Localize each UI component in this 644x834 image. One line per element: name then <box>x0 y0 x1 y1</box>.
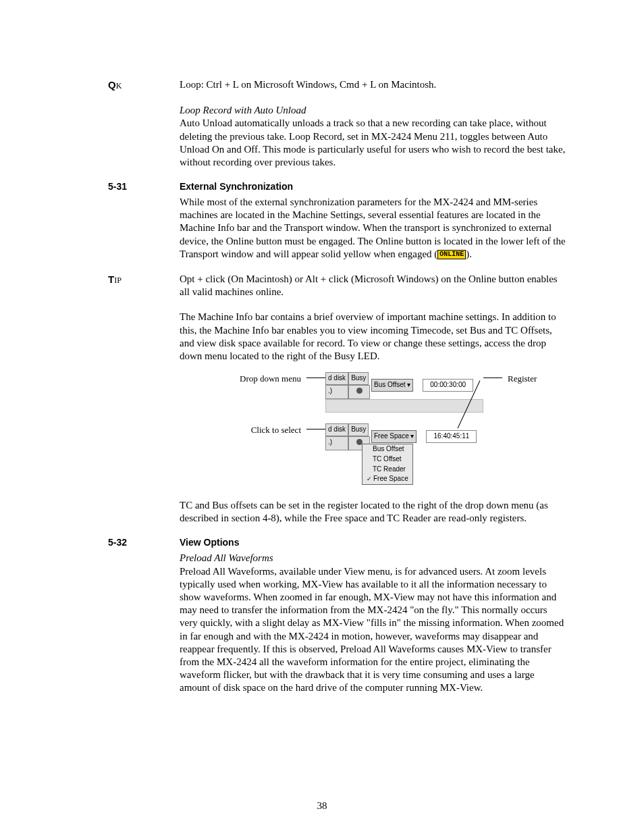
quick-key-row: QK Loop: Ctrl + L on Microsoft Windows, … <box>108 78 567 92</box>
menu-item-tc-reader[interactable]: TC Reader <box>363 465 412 475</box>
register-value-2: 16:40:45:11 <box>426 430 477 443</box>
quick-key-label: QK <box>108 78 180 92</box>
disk-cell: .) <box>325 385 348 399</box>
tip-row: TIP Opt + click (On Macintosh) or Alt + … <box>108 273 567 298</box>
fig-bar-1-bg <box>325 399 483 413</box>
menu-item-free-space[interactable]: Free Space <box>363 474 412 484</box>
section-5-32-header: 5-32 View Options <box>108 537 567 549</box>
disk-header-2: d disk <box>325 423 348 436</box>
leader-line-icon <box>483 377 502 378</box>
qk-sub: K <box>116 81 122 90</box>
disk-header: d disk <box>325 372 348 385</box>
tip-label: TIP <box>108 273 180 298</box>
fig-label-register: Register <box>502 372 537 385</box>
page-number: 38 <box>0 800 644 812</box>
leader-line-icon <box>306 429 325 429</box>
online-badge: ONLINE <box>437 250 466 259</box>
preload-heading: Preload All Waveforms <box>180 552 567 565</box>
register-value-1: 00:00:30:00 <box>423 379 473 392</box>
section-5-31-title: External Synchronization <box>180 181 567 193</box>
sec-531-post: ). <box>466 249 472 259</box>
tip-text: Opt + click (On Macintosh) or Alt + clic… <box>180 273 567 298</box>
busy-header: Busy <box>348 372 369 385</box>
document-page: QK Loop: Ctrl + L on Microsoft Windows, … <box>0 0 644 834</box>
busy-led-icon <box>356 388 363 394</box>
preload-body: Preload All Waveforms, available under V… <box>180 565 567 695</box>
after-figure-para-row: TC and Bus offsets can be set in the reg… <box>108 499 567 525</box>
qk-text: Loop: Ctrl + L on Microsoft Windows, Cmd… <box>180 78 567 92</box>
preload-block: Preload All Waveforms Preload All Wavefo… <box>108 552 567 694</box>
free-space-dropdown[interactable]: Free Space ▾ <box>371 430 417 443</box>
figure-row: Drop down menu d disk Busy .) <box>108 365 567 496</box>
busy-header-2: Busy <box>348 423 369 436</box>
loop-record-heading: Loop Record with Auto Unload <box>180 104 567 117</box>
section-5-31-header: 5-31 External Synchronization <box>108 181 567 193</box>
section-5-32-title: View Options <box>180 537 567 549</box>
bus-offset-dropdown[interactable]: Bus Offset ▾ <box>371 379 413 392</box>
qk-letter: Q <box>108 79 116 90</box>
machine-info-para: The Machine Info bar contains a brief ov… <box>180 311 567 363</box>
loop-record-body: Auto Unload automatically unloads a trac… <box>180 117 567 169</box>
loop-record-block: Loop Record with Auto Unload Auto Unload… <box>108 104 567 169</box>
busy-led <box>348 385 370 399</box>
section-5-31-number: 5-31 <box>108 181 180 193</box>
fig-label-dropdown: Drop down menu <box>180 372 306 385</box>
sec-531-pre: While most of the external synchronizati… <box>180 197 566 259</box>
machine-info-para-row: The Machine Info bar contains a brief ov… <box>108 311 567 363</box>
fig-label-click-select: Click to select <box>180 423 306 436</box>
fig-bar-1: d disk Busy .) Bus Offset ▾ 00:00:30 <box>325 372 483 413</box>
tip-letter: T <box>108 273 114 285</box>
menu-item-bus-offset[interactable]: Bus Offset <box>363 444 412 454</box>
section-5-31-body-row: While most of the external synchronizati… <box>108 196 567 261</box>
leader-line-icon <box>306 377 325 378</box>
after-figure-para: TC and Bus offsets can be set in the reg… <box>180 499 567 525</box>
disk-cell-2: .) <box>325 436 348 450</box>
section-5-31-body: While most of the external synchronizati… <box>180 196 567 261</box>
menu-item-tc-offset[interactable]: TC Offset <box>363 454 412 465</box>
tip-sub: IP <box>114 276 122 285</box>
dropdown-menu-list[interactable]: Bus Offset TC Offset TC Reader Free Spac… <box>362 444 413 485</box>
machine-info-figure: Drop down menu d disk Busy .) <box>180 372 567 487</box>
section-5-32-number: 5-32 <box>108 537 180 549</box>
